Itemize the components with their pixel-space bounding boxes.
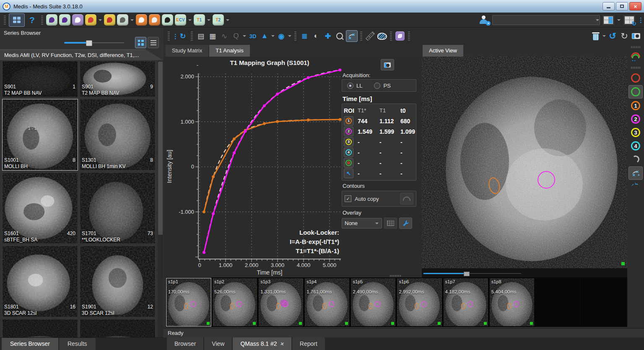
maximize-button[interactable] xyxy=(616,2,628,10)
delete-icon[interactable] xyxy=(590,31,601,41)
capsule-yellow-app-icon-dropdown[interactable] xyxy=(99,19,102,23)
endo-contour-icon[interactable] xyxy=(629,72,642,84)
t2-app-icon[interactable]: T2 xyxy=(213,14,224,26)
roi-4-icon[interactable]: 4 xyxy=(344,148,353,157)
toolbar-overflow-icon[interactable]: ⋮ xyxy=(638,19,642,21)
undo-icon[interactable]: ↺ xyxy=(607,31,618,41)
radio-ps[interactable]: PS xyxy=(374,83,390,89)
series-thumbnail[interactable]: S1601420sBTFE_BH SA xyxy=(2,172,78,244)
layout-combobox[interactable] xyxy=(492,15,600,25)
flow-orange-app-icon[interactable] xyxy=(136,14,147,26)
list-view-button[interactable] xyxy=(148,37,159,48)
series-thumbnail[interactable]: S9019T2 MAP BB NAV xyxy=(80,61,156,97)
series-thumbnail[interactable]: S10018MOLLI BH1 - 1 xyxy=(2,99,78,171)
ecv-app-icon[interactable]: ECV xyxy=(175,14,186,26)
movie-dropdown[interactable] xyxy=(243,35,246,39)
mri-image[interactable] xyxy=(422,57,627,268)
view-3d-icon[interactable]: 3D xyxy=(247,31,258,41)
region-draw-icon[interactable] xyxy=(377,31,387,41)
tab-series-browser[interactable]: Series Browser xyxy=(2,338,58,350)
chart-snapshot-button[interactable] xyxy=(381,59,394,70)
t2-app-icon-dropdown[interactable] xyxy=(226,19,229,23)
roi3-tool-icon[interactable]: 3 xyxy=(629,126,642,139)
edit-contour-icon[interactable]: ✕✕ xyxy=(346,30,358,42)
swirl-green-app-icon[interactable] xyxy=(59,14,70,26)
copy-contours-button[interactable] xyxy=(400,193,413,205)
filmstrip-frame[interactable]: s1p85.404,00ms xyxy=(489,278,535,327)
sector-purple-icon[interactable] xyxy=(395,31,405,41)
ecv-app-icon-dropdown[interactable] xyxy=(188,19,192,23)
snapshot-camera-icon[interactable] xyxy=(631,31,641,41)
series-thumbnail[interactable]: S9011T2 MAP BB NAV xyxy=(2,61,78,97)
capsule-yellow-app-icon[interactable] xyxy=(85,14,96,26)
delete-dropdown[interactable] xyxy=(602,35,606,39)
tab-report[interactable]: Report xyxy=(292,337,325,350)
roi-1-icon[interactable]: 1 xyxy=(344,116,353,126)
tab-view[interactable]: View xyxy=(204,337,232,350)
series-thumbnail[interactable]: S1901123D SCAR 12sl xyxy=(80,246,156,317)
redo-icon[interactable]: ↻ xyxy=(619,31,630,41)
clear-user-icon[interactable]: × xyxy=(479,16,490,25)
tab-browser[interactable]: Browser xyxy=(167,337,203,350)
image-phase-slider[interactable] xyxy=(423,271,524,276)
tab-t1-analysis[interactable]: T1 Analysis xyxy=(209,45,249,57)
heart-sketch-app-icon-dropdown[interactable] xyxy=(130,19,134,23)
ruler-icon[interactable] xyxy=(365,31,376,41)
save-layout-icon[interactable] xyxy=(602,15,614,25)
tab-study-matrix[interactable]: Study Matrix xyxy=(166,45,208,57)
wizard-icon[interactable]: ▲ xyxy=(259,31,270,41)
tulip-green-app-icon[interactable] xyxy=(46,14,57,26)
filmstrip-frame[interactable]: s1p2526,00ms xyxy=(212,278,257,327)
roi1-tool-icon[interactable]: 1 xyxy=(629,99,642,112)
roi4-tool-icon[interactable]: 4 xyxy=(629,140,642,152)
overlay-map-button[interactable] xyxy=(384,218,397,229)
signal-view-icon[interactable]: ∿ xyxy=(219,31,230,41)
series-thumbnail[interactable]: S1801163D SCAR 12sl xyxy=(2,246,78,317)
window-level-icon[interactable]: ◐ xyxy=(311,31,322,41)
tab-qmass-8-1-2[interactable]: QMass 8.1 #2× xyxy=(233,337,291,350)
layers-icon[interactable]: ≣ xyxy=(299,31,310,41)
zoom-magnifier-icon[interactable] xyxy=(334,31,345,41)
filmstrip-frame[interactable]: s1p52.490,00ms xyxy=(351,278,396,327)
restore-layout-icon[interactable]: ↻ xyxy=(623,15,635,25)
overlay-settings-button[interactable] xyxy=(399,218,412,229)
thumbnail-size-slider[interactable] xyxy=(64,40,124,45)
edit-points-icon[interactable]: ✕✕+ xyxy=(628,166,643,180)
filmstrip-frame[interactable]: s1p41.761,00ms xyxy=(304,278,350,327)
grid-view-button[interactable] xyxy=(135,37,146,48)
reset-view-icon[interactable]: ↻ xyxy=(177,31,188,41)
study-tab[interactable]: Medis AMI (LV, RV Function, T2w, DSI, di… xyxy=(0,49,164,60)
auto-copy-checkbox[interactable]: ✓ xyxy=(345,195,351,202)
roi-endo-epi-icon[interactable] xyxy=(344,158,353,168)
wizard-dropdown[interactable] xyxy=(271,35,275,39)
stack-orange-app-icon[interactable] xyxy=(149,14,160,26)
t1-app-icon[interactable]: T1 xyxy=(194,14,205,26)
toolbar-overflow-dots-icon[interactable]: ⋮ xyxy=(172,35,177,37)
nudge-contour-icon[interactable]: ↕ xyxy=(629,181,642,193)
close-button[interactable]: × xyxy=(629,2,641,10)
roi2-tool-icon[interactable]: 2 xyxy=(629,113,642,125)
overlay-select[interactable]: None xyxy=(342,218,382,228)
copy-contour-icon[interactable]: ↔ xyxy=(629,51,642,64)
save-layout-dropdown[interactable] xyxy=(617,19,621,23)
radio-ll[interactable]: LL xyxy=(347,83,362,89)
roi-3-icon[interactable]: 3 xyxy=(344,137,353,147)
pin-icon[interactable]: × xyxy=(280,340,284,347)
help-icon[interactable]: ? xyxy=(26,15,38,25)
patch-purple-app-icon[interactable] xyxy=(72,14,83,26)
roi-2-icon[interactable]: 2 xyxy=(344,127,353,136)
tulip-yellow-app-icon[interactable] xyxy=(104,14,115,26)
pan-icon[interactable]: ✚ xyxy=(322,31,333,41)
arc-tool-icon[interactable] xyxy=(629,153,642,166)
heart-sketch-app-icon[interactable] xyxy=(117,14,128,26)
wheel-dropdown[interactable] xyxy=(288,35,291,39)
tab-results[interactable]: Results xyxy=(59,338,96,350)
t1-app-icon-dropdown[interactable] xyxy=(207,19,210,23)
filmstrip-frame[interactable]: s1p62.992,00ms xyxy=(397,278,442,327)
orientation-wheel-icon[interactable]: ◉ xyxy=(276,31,287,41)
browser-pane-icon[interactable] xyxy=(9,13,25,27)
roi-pointer-icon[interactable]: ↖ xyxy=(344,169,353,178)
filmstrip-frame[interactable]: s1p1170,00ms xyxy=(166,278,211,327)
filmstrip-frame[interactable]: s1p74.182,00ms xyxy=(443,278,488,327)
filmstrip-frame[interactable]: s1p31.331,00ms xyxy=(258,278,304,327)
